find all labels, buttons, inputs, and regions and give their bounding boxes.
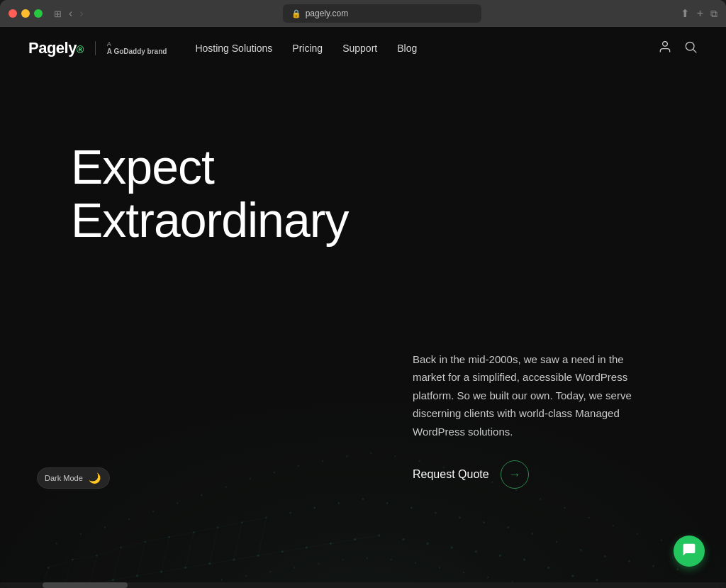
hero-section: Expect Extraordinary Back in the mid-200… <box>0 70 726 588</box>
request-quote-link[interactable]: Request Quote <box>413 468 489 481</box>
dark-mode-label: Dark Mode <box>45 474 83 482</box>
search-icon[interactable] <box>683 40 698 57</box>
svg-point-1 <box>686 42 694 50</box>
godaddy-name: A GoDaddy brand <box>107 48 167 55</box>
godaddy-badge: A A GoDaddy brand <box>107 40 167 57</box>
pagely-wordmark: Pagely® <box>28 39 84 57</box>
new-tab-icon[interactable]: + <box>697 7 703 20</box>
godaddy-prefix: A <box>107 40 167 48</box>
hero-content: Expect Extraordinary Back in the mid-200… <box>0 70 726 588</box>
chat-icon <box>682 543 696 560</box>
chat-button[interactable] <box>674 536 705 567</box>
site-logo[interactable]: Pagely® A A GoDaddy brand <box>28 39 167 57</box>
minimize-button[interactable] <box>21 9 30 18</box>
traffic-lights <box>9 9 43 18</box>
moon-icon: 🌙 <box>89 472 101 484</box>
user-icon[interactable] <box>658 40 672 57</box>
headline-line2: Extraordinary <box>71 193 348 247</box>
logo-divider <box>95 41 96 55</box>
address-bar-area: 🔒 pagely.com <box>89 4 675 23</box>
share-icon[interactable]: ⬆ <box>681 7 690 20</box>
nav-support[interactable]: Support <box>342 43 377 54</box>
svg-line-2 <box>693 49 697 52</box>
hero-cta: Request Quote → <box>413 460 698 489</box>
tab-grid-icon[interactable]: ⊞ <box>54 9 62 19</box>
site-nav: Pagely® A A GoDaddy brand Hosting Soluti… <box>0 27 726 70</box>
nav-controls: ⊞ ‹ › <box>54 7 84 20</box>
arrow-right-icon: → <box>508 467 521 482</box>
trademark-symbol: ® <box>77 44 84 55</box>
browser-window: ⊞ ‹ › 🔒 pagely.com ⬆ + ⧉ Pagely® <box>0 0 726 588</box>
browser-content: Pagely® A A GoDaddy brand Hosting Soluti… <box>0 27 726 588</box>
title-bar-right: ⬆ + ⧉ <box>681 7 717 20</box>
fullscreen-button[interactable] <box>34 9 43 18</box>
nav-links: Hosting Solutions Pricing Support Blog <box>195 43 658 54</box>
hero-left: Expect Extraordinary <box>71 126 370 560</box>
headline-line1: Expect <box>71 140 214 194</box>
title-bar: ⊞ ‹ › 🔒 pagely.com ⬆ + ⧉ <box>0 0 726 27</box>
back-icon[interactable]: ‹ <box>69 7 72 20</box>
hero-headline: Expect Extraordinary <box>71 140 370 247</box>
nav-pricing[interactable]: Pricing <box>292 43 323 54</box>
hero-description: Back in the mid-2000s, we saw a need in … <box>413 350 654 441</box>
nav-blog[interactable]: Blog <box>397 43 417 54</box>
cta-arrow-button[interactable]: → <box>501 460 529 489</box>
dark-mode-toggle[interactable]: Dark Mode 🌙 <box>37 467 110 489</box>
address-bar[interactable]: 🔒 pagely.com <box>283 4 481 23</box>
windows-icon[interactable]: ⧉ <box>710 8 717 20</box>
nav-hosting-solutions[interactable]: Hosting Solutions <box>195 43 272 54</box>
forward-icon[interactable]: › <box>79 7 83 20</box>
close-button[interactable] <box>9 9 17 18</box>
hero-right: Back in the mid-2000s, we saw a need in … <box>398 126 698 560</box>
svg-point-0 <box>663 41 668 46</box>
nav-right <box>658 40 698 57</box>
url-text: pagely.com <box>306 9 348 18</box>
lock-icon: 🔒 <box>291 9 301 18</box>
